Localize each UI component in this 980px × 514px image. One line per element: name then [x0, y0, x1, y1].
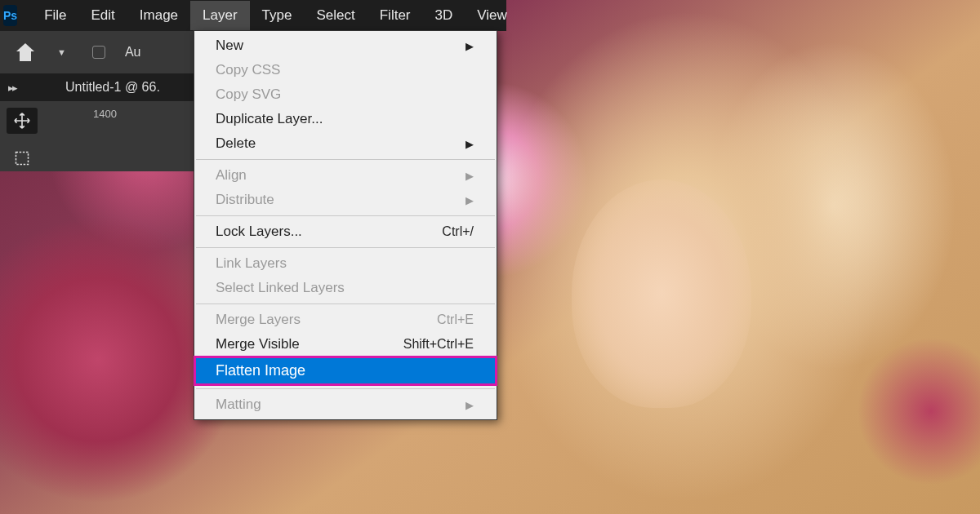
menu-item-label: New [216, 38, 243, 54]
application-menubar: Ps FileEditImageLayerTypeSelectFilter3DV… [0, 0, 506, 31]
menu-layer[interactable]: Layer [190, 1, 250, 30]
menu-item-flatten-image[interactable]: Flatten Image [194, 357, 497, 385]
menu-separator [196, 388, 495, 389]
tools-ruler-area: 1400 [0, 101, 196, 171]
menu-image[interactable]: Image [127, 1, 190, 30]
menu-item-align: Align▶ [194, 163, 497, 188]
submenu-arrow-icon: ▶ [466, 194, 474, 206]
marquee-tool-icon [14, 150, 30, 166]
menu-item-label: Copy CSS [216, 62, 280, 78]
expand-panels-icon[interactable]: ▸▸ [0, 82, 24, 94]
chevron-down-icon: ▼ [57, 47, 66, 57]
menu-item-label: Merge Layers [216, 312, 301, 328]
menu-item-merge-layers: Merge LayersCtrl+E [194, 308, 497, 332]
document-tab[interactable]: Untitled-1 @ 66. [24, 80, 160, 95]
menu-item-label: Delete [216, 135, 256, 152]
menu-item-label: Distribute [216, 192, 274, 208]
menu-select[interactable]: Select [304, 1, 367, 30]
submenu-arrow-icon: ▶ [466, 170, 474, 182]
ruler-tick-label: 1400 [93, 108, 117, 120]
menu-item-merge-visible[interactable]: Merge VisibleShift+Ctrl+E [194, 332, 497, 357]
home-icon[interactable] [15, 43, 36, 61]
menu-item-label: Merge Visible [216, 336, 300, 352]
menu-item-new[interactable]: New▶ [194, 33, 497, 58]
menu-item-shortcut: Ctrl+/ [442, 224, 474, 239]
menu-type[interactable]: Type [250, 1, 305, 30]
move-tool-icon [13, 112, 31, 130]
menu-separator [196, 247, 495, 248]
menu-item-shortcut: Ctrl+E [437, 312, 474, 327]
menu-edit[interactable]: Edit [79, 1, 127, 30]
menu-file[interactable]: File [32, 1, 78, 30]
menu-item-lock-layers[interactable]: Lock Layers...Ctrl+/ [194, 219, 497, 244]
portrait-face-region [572, 179, 751, 408]
menu-separator [196, 304, 495, 304]
menu-view[interactable]: View [465, 1, 519, 30]
tool-preset-picker[interactable]: ▼ [54, 47, 66, 57]
auto-select-label: Au [125, 45, 141, 60]
menu-item-label: Copy SVG [216, 86, 281, 103]
menu-item-link-layers: Link Layers [194, 251, 497, 276]
tools-panel [0, 101, 44, 171]
menu-filter[interactable]: Filter [368, 1, 423, 30]
menu-item-shortcut: Shift+Ctrl+E [403, 337, 474, 352]
menu-separator [196, 215, 495, 216]
menu-item-label: Flatten Image [216, 362, 305, 379]
horizontal-ruler[interactable]: 1400 [44, 101, 196, 171]
menu-item-label: Link Layers [216, 255, 287, 272]
auto-select-checkbox[interactable] [92, 46, 105, 59]
menu-item-label: Align [216, 167, 247, 184]
move-tool-button[interactable] [7, 108, 38, 134]
menu-item-copy-svg: Copy SVG [194, 82, 497, 107]
marquee-tool-button[interactable] [7, 145, 38, 171]
menu-item-label: Duplicate Layer... [216, 111, 323, 127]
options-bar: ▼ Au [0, 31, 196, 73]
menu-item-distribute: Distribute▶ [194, 188, 497, 212]
logo-text: Ps [3, 9, 17, 22]
menu-3d[interactable]: 3D [423, 1, 466, 30]
layer-menu-dropdown: New▶Copy CSSCopy SVGDuplicate Layer...De… [194, 30, 497, 420]
menu-item-delete[interactable]: Delete▶ [194, 131, 497, 156]
menu-item-matting: Matting▶ [194, 392, 497, 417]
svg-rect-0 [16, 153, 29, 165]
submenu-arrow-icon: ▶ [466, 399, 474, 411]
submenu-arrow-icon: ▶ [466, 138, 474, 150]
photoshop-logo-icon[interactable]: Ps [3, 5, 17, 26]
menu-item-copy-css: Copy CSS [194, 58, 497, 82]
menu-separator [196, 159, 495, 160]
submenu-arrow-icon: ▶ [466, 40, 474, 52]
menu-item-label: Matting [216, 397, 261, 413]
menu-item-label: Lock Layers... [216, 224, 302, 240]
menu-item-label: Select Linked Layers [216, 280, 345, 296]
document-tab-bar: ▸▸ Untitled-1 @ 66. [0, 73, 196, 101]
menu-item-duplicate-layer[interactable]: Duplicate Layer... [194, 107, 497, 131]
menu-item-select-linked-layers: Select Linked Layers [194, 276, 497, 300]
